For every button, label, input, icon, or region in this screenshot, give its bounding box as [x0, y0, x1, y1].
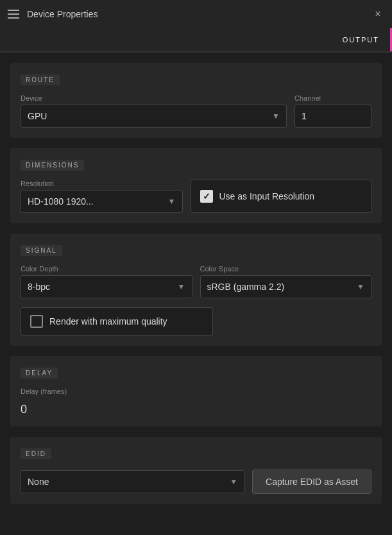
edid-chevron-icon: ▼ [230, 477, 237, 486]
device-properties-window: Device Properties × OUTPUT ROUTE Device … [0, 0, 392, 535]
color-depth-select[interactable]: 8-bpc ▼ [21, 275, 192, 298]
dimensions-row: Resolution HD-1080 1920... ▼ Use as Inpu… [21, 180, 371, 213]
color-depth-group: Color Depth 8-bpc ▼ [21, 265, 192, 298]
render-quality-checkbox[interactable]: Render with maximum quality [21, 307, 213, 335]
device-group: Device GPU ▼ [21, 94, 287, 128]
route-form-row: Device GPU ▼ Channel 1 [21, 94, 371, 128]
device-chevron-icon: ▼ [272, 112, 280, 121]
render-quality-label: Render with maximum quality [49, 316, 167, 327]
render-quality-row: Render with maximum quality [21, 307, 371, 335]
signal-section-label: SIGNAL [21, 245, 62, 256]
color-depth-label: Color Depth [21, 265, 192, 273]
signal-form-row: Color Depth 8-bpc ▼ Color Space sRGB (ga… [21, 265, 371, 298]
delay-label: Delay (frames) [21, 387, 371, 395]
content-area: ROUTE Device GPU ▼ Channel 1 DIMENSIONS [0, 53, 392, 535]
color-depth-chevron-icon: ▼ [178, 282, 185, 291]
dimensions-section: DIMENSIONS Resolution HD-1080 1920... ▼ … [10, 148, 382, 223]
color-space-value: sRGB (gamma 2.2) [207, 282, 357, 292]
resolution-select[interactable]: HD-1080 1920... ▼ [21, 190, 183, 213]
use-as-input-resolution-label: Use as Input Resolution [219, 191, 315, 201]
title-bar: Device Properties × [0, 0, 392, 28]
capture-edid-button[interactable]: Capture EDID as Asset [252, 470, 371, 494]
resolution-chevron-icon: ▼ [168, 197, 176, 206]
edid-section: EDID None ▼ Capture EDID as Asset [10, 437, 382, 504]
tab-output-label: OUTPUT [343, 36, 379, 44]
render-quality-box [30, 315, 43, 328]
channel-value: 1 [294, 105, 371, 128]
window-title: Device Properties [27, 9, 371, 19]
dimensions-section-label: DIMENSIONS [21, 160, 84, 171]
tab-output[interactable]: OUTPUT [330, 28, 392, 51]
delay-value: 0 [21, 403, 371, 416]
edid-row: None ▼ Capture EDID as Asset [21, 470, 371, 494]
edid-select[interactable]: None ▼ [21, 470, 244, 493]
color-space-select[interactable]: sRGB (gamma 2.2) ▼ [200, 275, 372, 298]
resolution-value: HD-1080 1920... [28, 196, 168, 207]
tab-bar: OUTPUT [0, 28, 392, 53]
device-value: GPU [28, 111, 272, 121]
resolution-label: Resolution [21, 180, 183, 187]
use-as-input-resolution-box [200, 190, 213, 203]
menu-icon[interactable] [8, 10, 19, 19]
edid-section-label: EDID [21, 448, 51, 459]
color-space-chevron-icon: ▼ [357, 282, 364, 291]
channel-label: Channel [294, 94, 371, 102]
device-label: Device [21, 94, 287, 102]
signal-section: SIGNAL Color Depth 8-bpc ▼ Color Space s… [10, 234, 382, 346]
resolution-group: Resolution HD-1080 1920... ▼ [21, 180, 183, 213]
route-section: ROUTE Device GPU ▼ Channel 1 [10, 63, 382, 138]
edid-value: None [28, 477, 230, 487]
color-depth-value: 8-bpc [28, 282, 178, 292]
channel-group: Channel 1 [294, 94, 371, 128]
device-select[interactable]: GPU ▼ [21, 105, 287, 128]
delay-group: Delay (frames) 0 [21, 387, 371, 416]
use-as-input-resolution-checkbox[interactable]: Use as Input Resolution [191, 180, 372, 213]
delay-section-label: DELAY [21, 368, 58, 378]
route-section-label: ROUTE [21, 74, 60, 85]
close-button[interactable]: × [371, 8, 384, 20]
color-space-group: Color Space sRGB (gamma 2.2) ▼ [200, 265, 372, 298]
delay-section: DELAY Delay (frames) 0 [10, 356, 382, 427]
color-space-label: Color Space [200, 265, 372, 273]
